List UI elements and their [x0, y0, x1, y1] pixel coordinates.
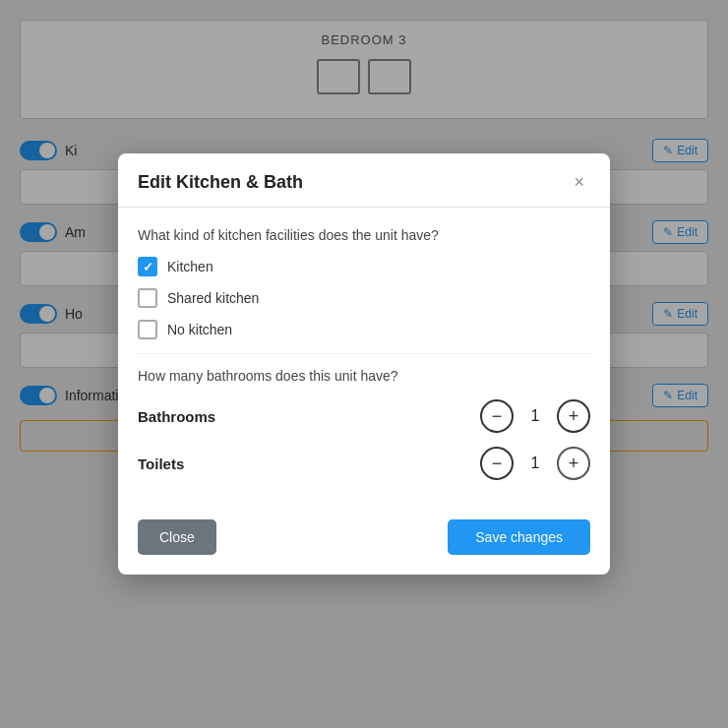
toilets-label: Toilets: [138, 455, 184, 472]
edit-kitchen-bath-modal: Edit Kitchen & Bath × What kind of kitch…: [118, 153, 610, 575]
modal-close-button[interactable]: ×: [568, 171, 590, 193]
kitchen-checkbox[interactable]: ✓: [138, 257, 157, 276]
bathrooms-decrement-button[interactable]: −: [480, 399, 514, 433]
bathrooms-label: Bathrooms: [138, 408, 215, 425]
toilets-counter-row: Toilets − 1 +: [138, 447, 590, 480]
check-icon-kitchen: ✓: [143, 261, 153, 273]
toilets-increment-button[interactable]: +: [557, 447, 590, 480]
divider: [138, 353, 590, 354]
save-changes-button[interactable]: Save changes: [448, 519, 590, 555]
bathrooms-increment-button[interactable]: +: [557, 399, 590, 433]
shared-kitchen-checkbox[interactable]: [138, 288, 157, 308]
toilets-value: 1: [527, 455, 543, 472]
modal-footer: Close Save changes: [118, 504, 610, 575]
kitchen-option-label: Kitchen: [167, 259, 213, 274]
kitchen-question: What kind of kitchen facilities does the…: [138, 227, 590, 243]
no-kitchen-option-row: No kitchen: [138, 320, 590, 339]
bathroom-question: How many bathrooms does this unit have?: [138, 368, 590, 384]
bathrooms-counter-row: Bathrooms − 1 +: [138, 399, 590, 433]
modal-body: What kind of kitchen facilities does the…: [118, 208, 610, 504]
modal-overlay: Edit Kitchen & Bath × What kind of kitch…: [0, 0, 728, 728]
modal-header: Edit Kitchen & Bath ×: [118, 153, 610, 208]
bathrooms-controls: − 1 +: [480, 399, 590, 433]
no-kitchen-option-label: No kitchen: [167, 322, 232, 337]
kitchen-option-row: ✓ Kitchen: [138, 257, 590, 276]
bathrooms-value: 1: [527, 407, 543, 425]
shared-kitchen-option-label: Shared kitchen: [167, 290, 259, 306]
close-button[interactable]: Close: [138, 519, 216, 555]
shared-kitchen-option-row: Shared kitchen: [138, 288, 590, 308]
toilets-controls: − 1 +: [480, 447, 590, 480]
toilets-decrement-button[interactable]: −: [480, 447, 514, 480]
modal-title: Edit Kitchen & Bath: [138, 172, 303, 193]
no-kitchen-checkbox[interactable]: [138, 320, 157, 339]
